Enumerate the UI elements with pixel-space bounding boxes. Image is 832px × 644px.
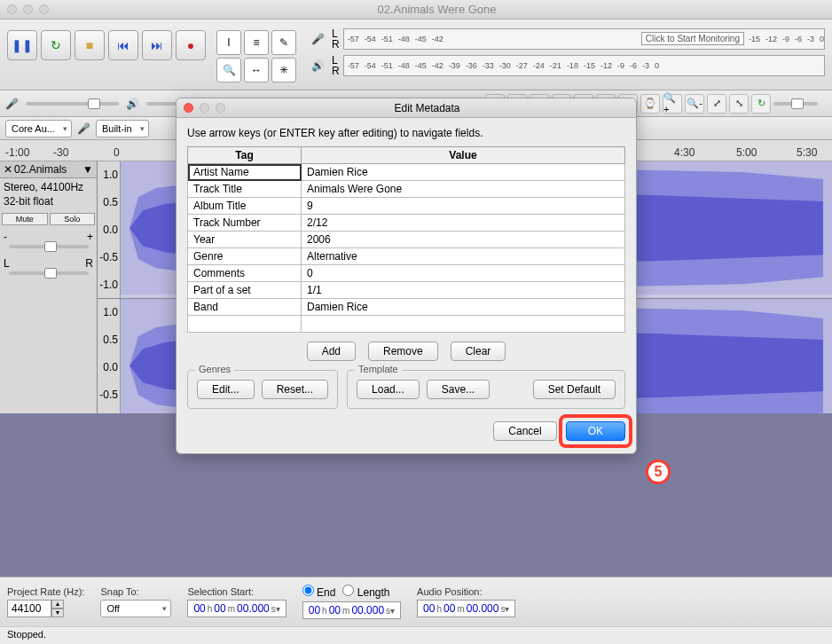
envelope-tool-icon[interactable]: ≡ xyxy=(244,30,269,55)
value-cell[interactable]: 0 xyxy=(302,265,625,282)
track-name[interactable]: ✕ 02.Animals ▼ xyxy=(0,161,97,178)
audio-host-combo[interactable]: Core Au... xyxy=(5,120,72,137)
genres-group-label: Genres xyxy=(195,364,234,374)
value-cell[interactable]: Alternative xyxy=(302,248,625,265)
edit-metadata-dialog: Edit Metadata Use arrow keys (or ENTER k… xyxy=(176,98,637,454)
play-button[interactable]: ↻ xyxy=(41,30,71,60)
selection-end-field[interactable]: 00h 00m 00.000s▾ xyxy=(302,601,401,619)
tag-cell[interactable]: Part of a set xyxy=(188,282,302,299)
mute-button[interactable]: Mute xyxy=(2,213,48,225)
status-bar: Stopped. xyxy=(0,626,832,644)
tag-cell[interactable]: Genre xyxy=(188,248,302,265)
value-cell[interactable]: 9 xyxy=(302,198,625,215)
remove-button[interactable]: Remove xyxy=(368,342,438,361)
meter-lr-label: LR xyxy=(332,28,340,50)
minimize-icon[interactable] xyxy=(23,4,33,14)
play-speed-slider[interactable] xyxy=(773,94,827,114)
dialog-close-icon[interactable] xyxy=(184,103,193,113)
mic-icon: 🎤 xyxy=(5,98,19,110)
table-row[interactable]: Part of a set1/1 xyxy=(188,282,625,299)
zoom-out-icon[interactable]: 🔍- xyxy=(685,94,704,114)
fit-selection-icon[interactable]: ⤢ xyxy=(707,94,726,114)
record-button[interactable]: ● xyxy=(176,30,206,60)
table-row[interactable]: Track TitleAnimals Were Gone xyxy=(188,181,625,198)
tag-cell[interactable]: Year xyxy=(188,232,302,248)
pause-button[interactable]: ❚❚ xyxy=(7,30,37,60)
draw-tool-icon[interactable]: ✎ xyxy=(271,30,296,55)
record-meter[interactable]: -57-54-51-48-45-42 Click to Start Monito… xyxy=(343,28,825,50)
value-column-header: Value xyxy=(302,147,625,164)
selection-start-label: Selection Start: xyxy=(187,586,286,597)
value-cell[interactable]: Damien Rice xyxy=(302,299,625,316)
sync-lock-icon[interactable]: ⌚ xyxy=(640,94,660,114)
selection-start-field[interactable]: 00h 00m 00.000s▾ xyxy=(187,600,286,617)
annotation-highlight xyxy=(559,414,632,448)
value-cell[interactable]: Damien Rice xyxy=(302,164,625,181)
zoom-in-icon[interactable]: 🔍+ xyxy=(663,94,682,114)
tag-cell[interactable]: Band xyxy=(188,299,302,316)
audio-position-label: Audio Position: xyxy=(417,586,515,597)
dropdown-icon[interactable]: ▼ xyxy=(82,163,93,176)
window-title: 02.Animals Were Gone xyxy=(49,3,825,16)
stop-button[interactable]: ■ xyxy=(75,30,105,60)
value-cell[interactable]: 2/12 xyxy=(302,215,625,232)
track-control-panel: ✕ 02.Animals ▼ Stereo, 44100Hz 32-bit fl… xyxy=(0,161,98,436)
tag-cell[interactable]: Artist Name xyxy=(188,164,302,181)
monitor-hint[interactable]: Click to Start Monitoring xyxy=(641,32,744,45)
clear-button[interactable]: Clear xyxy=(451,342,506,361)
table-row[interactable]: Comments0 xyxy=(188,265,625,282)
set-default-button[interactable]: Set Default xyxy=(533,380,616,399)
value-cell[interactable]: 2006 xyxy=(302,232,625,248)
play-at-speed-icon[interactable]: ↻ xyxy=(751,94,771,114)
template-group-label: Template xyxy=(355,364,402,374)
record-volume-slider[interactable] xyxy=(26,102,119,106)
table-row[interactable]: Track Number2/12 xyxy=(188,215,625,232)
zoom-tool-icon[interactable]: 🔍 xyxy=(216,58,241,82)
tag-cell[interactable]: Track Number xyxy=(188,215,302,232)
selection-tool-icon[interactable]: I xyxy=(216,30,241,55)
fit-project-icon[interactable]: ⤡ xyxy=(729,94,749,114)
timeshift-tool-icon[interactable]: ↔ xyxy=(244,58,269,82)
length-radio[interactable]: Length xyxy=(342,585,389,599)
end-radio[interactable]: End xyxy=(302,585,336,599)
multi-tool-icon[interactable]: ✳ xyxy=(271,58,296,82)
add-button[interactable]: Add xyxy=(307,342,356,361)
reset-genres-button[interactable]: Reset... xyxy=(262,380,328,399)
close-track-icon[interactable]: ✕ xyxy=(4,163,12,176)
tag-cell[interactable]: Album Title xyxy=(188,198,302,215)
table-row[interactable]: GenreAlternative xyxy=(188,248,625,265)
cancel-button[interactable]: Cancel xyxy=(493,421,556,441)
gain-slider[interactable]: -+ xyxy=(0,227,97,254)
tag-cell[interactable]: Track Title xyxy=(188,181,302,198)
table-row[interactable]: Artist NameDamien Rice xyxy=(188,164,625,181)
tag-cell[interactable]: Comments xyxy=(188,265,302,282)
save-template-button[interactable]: Save... xyxy=(427,380,490,399)
dialog-minimize-icon xyxy=(200,103,209,113)
table-row[interactable]: Year2006 xyxy=(188,232,625,248)
skip-end-button[interactable]: ⏭ xyxy=(142,30,172,60)
meters-panel: 🎤 LR -57-54-51-48-45-42 Click to Start M… xyxy=(303,23,828,86)
value-cell[interactable]: 1/1 xyxy=(302,282,625,299)
table-row[interactable]: Album Title9 xyxy=(188,198,625,215)
annotation-step-5: 5 xyxy=(646,459,671,484)
zoom-icon[interactable] xyxy=(39,4,49,14)
project-rate-input[interactable]: ▲▼ xyxy=(7,600,84,617)
mic-icon: 🎤 xyxy=(307,33,328,45)
dialog-title: Edit Metadata xyxy=(225,102,629,114)
record-device-combo[interactable]: Built-in xyxy=(96,120,149,137)
solo-button[interactable]: Solo xyxy=(50,213,96,225)
value-cell[interactable]: Animals Were Gone xyxy=(302,181,625,198)
snap-to-combo[interactable]: Off xyxy=(100,600,171,617)
selection-toolbar: Project Rate (Hz): ▲▼ Snap To: Off Selec… xyxy=(0,577,832,626)
traffic-lights xyxy=(7,4,49,14)
metadata-table[interactable]: Tag Value Artist NameDamien RiceTrack Ti… xyxy=(187,146,625,333)
table-row[interactable]: BandDamien Rice xyxy=(188,299,625,316)
pan-slider[interactable]: LR xyxy=(0,254,97,280)
close-icon[interactable] xyxy=(7,4,17,14)
snap-to-label: Snap To: xyxy=(100,586,171,597)
playback-meter[interactable]: -57-54-51-48-45-42-39-36-33-30-27-24-21-… xyxy=(343,55,825,76)
load-template-button[interactable]: Load... xyxy=(357,380,420,399)
audio-position-field[interactable]: 00h 00m 00.000s▾ xyxy=(417,600,515,617)
edit-genres-button[interactable]: Edit... xyxy=(197,380,255,399)
skip-start-button[interactable]: ⏮ xyxy=(108,30,138,60)
